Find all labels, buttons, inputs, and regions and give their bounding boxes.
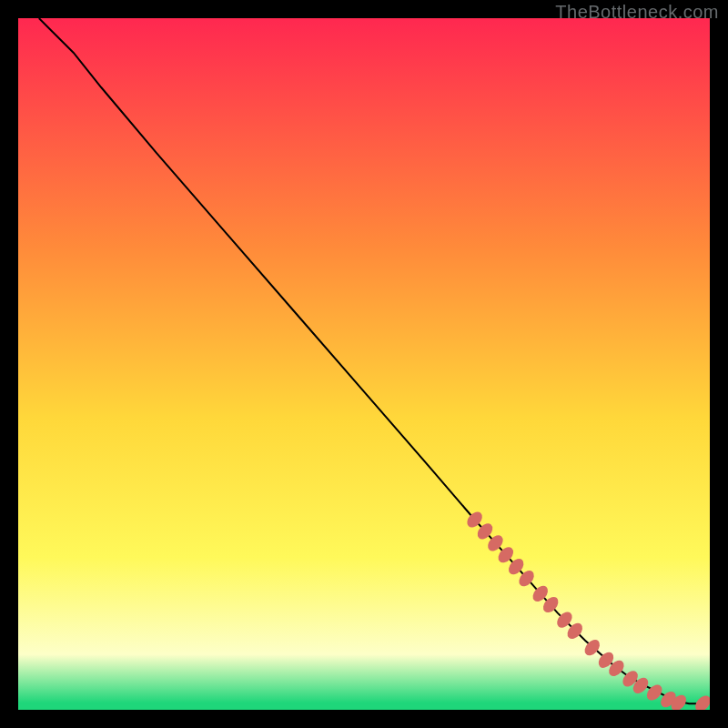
watermark-text: TheBottleneck.com bbox=[555, 2, 719, 23]
gradient-background bbox=[18, 18, 710, 710]
chart-stage: TheBottleneck.com bbox=[0, 0, 728, 728]
plot-area bbox=[18, 18, 710, 710]
plot-svg bbox=[18, 18, 710, 710]
